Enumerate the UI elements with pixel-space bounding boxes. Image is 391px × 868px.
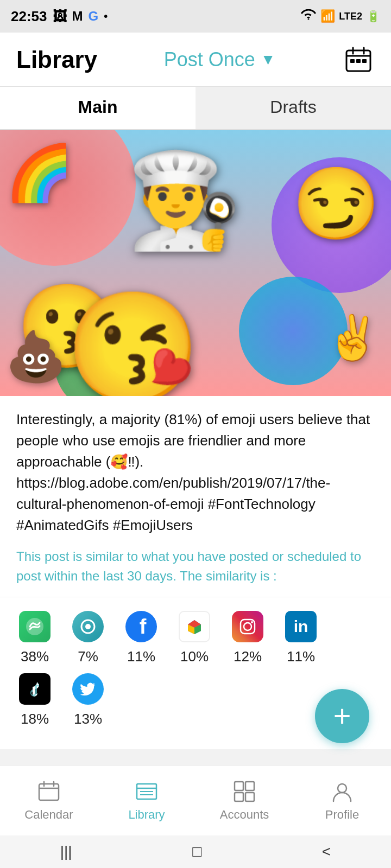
emoji-wink: 😏 xyxy=(292,163,380,245)
linkedin-icon: in xyxy=(282,608,319,645)
social-item-sendible: 38% xyxy=(16,608,53,665)
tabs-bar: Main Drafts xyxy=(0,87,391,130)
nav-label-profile: Profile xyxy=(325,808,359,822)
emoji-chef-kiss: 👨‍🍳 xyxy=(127,146,242,255)
sendible-icon xyxy=(16,608,53,645)
wifi-icon xyxy=(301,9,316,24)
svg-rect-13 xyxy=(39,784,59,800)
lte-icon: LTE2 xyxy=(339,11,362,22)
calendar-button[interactable] xyxy=(342,43,375,76)
gmail-icon: M xyxy=(72,9,83,24)
calendar-nav-icon xyxy=(37,780,61,803)
svg-rect-23 xyxy=(235,793,243,801)
social-item-tiktok: 18% xyxy=(16,671,53,727)
status-time: 22:53 🖼 M G • xyxy=(11,8,108,25)
tiktok-icon xyxy=(16,671,53,707)
linkedin-percent: 11% xyxy=(287,648,315,665)
nav-item-accounts[interactable]: Accounts xyxy=(195,780,293,822)
google-icon: G xyxy=(89,9,99,24)
app-header: Library Post Once ▼ xyxy=(0,33,391,87)
emoji-poo: 💩 xyxy=(5,328,66,385)
gmb-icon xyxy=(176,608,213,645)
back-button[interactable]: < xyxy=(322,843,331,860)
emoji-scene: 🌈 👨‍🍳 😗 😏 💩 😘 ✌️ xyxy=(0,130,391,396)
svg-rect-5 xyxy=(356,59,361,63)
recent-apps-button[interactable]: ||| xyxy=(60,843,72,860)
dot-indicator: • xyxy=(104,10,108,23)
tab-main[interactable]: Main xyxy=(0,87,195,129)
nav-item-calendar[interactable]: Calendar xyxy=(0,780,98,822)
facebook-icon: f xyxy=(123,608,160,645)
chevron-down-icon: ▼ xyxy=(261,51,276,68)
publer-icon xyxy=(70,608,106,645)
post-text-area: Interestingly, a majority (81%) of emoji… xyxy=(0,396,391,597)
svg-rect-6 xyxy=(362,59,367,63)
post-mode-label[interactable]: Post Once xyxy=(164,48,255,71)
svg-point-12 xyxy=(251,621,253,623)
signal-icon: 📶 xyxy=(320,9,335,23)
nav-item-library[interactable]: Library xyxy=(98,780,195,822)
twitter-icon xyxy=(70,671,106,707)
page-title: Library xyxy=(16,46,97,73)
svg-rect-21 xyxy=(235,782,243,790)
svg-rect-24 xyxy=(245,793,254,801)
instagram-icon xyxy=(229,608,266,645)
social-item-instagram: 12% xyxy=(229,608,266,665)
post-image: 🌈 👨‍🍳 😗 😏 💩 😘 ✌️ xyxy=(0,130,391,396)
svg-point-11 xyxy=(244,623,251,630)
social-item-gmb: 10% xyxy=(176,608,213,665)
emoji-side: ✌️ xyxy=(326,312,380,363)
system-bar: ||| □ < xyxy=(0,835,391,868)
fab-plus-icon: + xyxy=(333,701,351,731)
post-warning: This post is similar to what you have po… xyxy=(16,547,375,586)
social-item-twitter: 13% xyxy=(70,671,106,727)
tiktok-percent: 18% xyxy=(21,711,49,727)
library-nav-icon xyxy=(135,780,159,803)
svg-rect-22 xyxy=(245,782,254,790)
nav-label-accounts: Accounts xyxy=(220,808,269,822)
social-row-1: 38% 7% f 11% xyxy=(16,608,375,665)
publer-percent: 7% xyxy=(78,648,98,665)
content-area: 🌈 👨‍🍳 😗 😏 💩 😘 ✌️ Interestingly, a majori… xyxy=(0,130,391,749)
emoji-star-eyes: 🌈 xyxy=(5,141,73,205)
social-item-facebook: f 11% xyxy=(123,608,160,665)
sendible-percent: 38% xyxy=(21,648,49,665)
nav-label-calendar: Calendar xyxy=(24,808,73,822)
svg-point-9 xyxy=(85,624,91,629)
instagram-percent: 12% xyxy=(234,648,262,665)
photo-icon: 🖼 xyxy=(53,8,67,25)
svg-point-25 xyxy=(338,784,346,793)
post-text: Interestingly, a majority (81%) of emoji… xyxy=(16,409,375,536)
svg-rect-4 xyxy=(350,59,355,63)
emoji-main: 😘 xyxy=(65,285,201,396)
status-bar: 22:53 🖼 M G • 📶 LTE2 🔋 xyxy=(0,0,391,33)
tab-drafts[interactable]: Drafts xyxy=(195,87,391,129)
twitter-percent: 13% xyxy=(74,711,102,727)
accounts-nav-icon xyxy=(232,780,256,803)
home-button[interactable]: □ xyxy=(192,843,201,860)
post-mode-selector[interactable]: Post Once ▼ xyxy=(164,48,276,71)
facebook-percent: 11% xyxy=(127,648,155,665)
nav-item-profile[interactable]: Profile xyxy=(293,780,391,822)
social-item-linkedin: in 11% xyxy=(282,608,319,665)
time-display: 22:53 xyxy=(11,8,47,25)
profile-nav-icon xyxy=(330,780,354,803)
social-item-publer: 7% xyxy=(70,608,106,665)
bottom-navigation: Calendar Library Accounts Profile xyxy=(0,765,391,835)
gmb-percent: 10% xyxy=(180,648,209,665)
status-icons: 📶 LTE2 🔋 xyxy=(301,9,380,24)
battery-icon: 🔋 xyxy=(367,10,380,23)
fab-add-button[interactable]: + xyxy=(315,689,369,743)
nav-label-library: Library xyxy=(128,808,165,822)
